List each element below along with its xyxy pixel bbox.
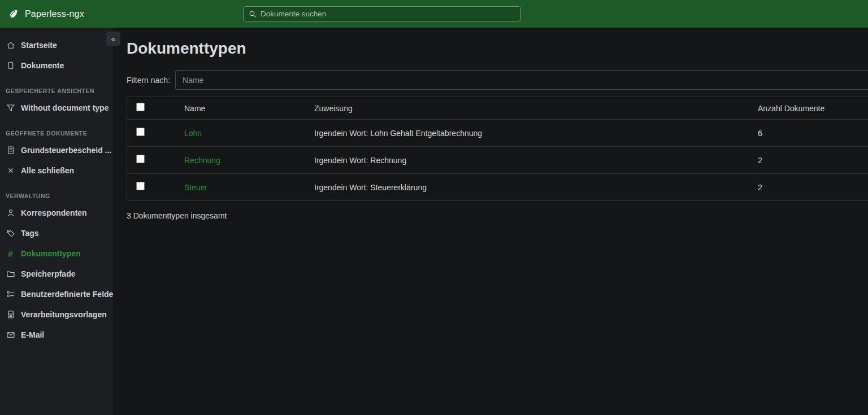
cell-anzahl: 2 bbox=[749, 183, 868, 192]
app-title: Paperless-ngx bbox=[25, 9, 84, 19]
sidebar-item-label: E-Mail bbox=[21, 330, 44, 339]
sidebar-item-startseite[interactable]: Startseite bbox=[0, 35, 113, 55]
sidebar-item-label: Verarbeitungsvorlagen bbox=[21, 310, 107, 319]
document-type-link[interactable]: Steuer bbox=[184, 183, 207, 192]
row-select-cell bbox=[127, 128, 175, 138]
global-search[interactable]: Dokumente suchen bbox=[243, 6, 521, 21]
tag-icon bbox=[6, 229, 15, 238]
cell-zuweisung: Irgendein Wort: Lohn Gehalt Entgeltabrec… bbox=[305, 129, 749, 138]
row-checkbox[interactable] bbox=[136, 182, 145, 190]
home-icon bbox=[6, 41, 15, 50]
row-checkbox[interactable] bbox=[136, 128, 145, 136]
hash-icon: # bbox=[6, 249, 15, 259]
cell-name: Lohn bbox=[175, 129, 305, 138]
cell-zuweisung: Irgendein Wort: Steuererklärung bbox=[305, 183, 749, 192]
row-select-cell bbox=[127, 155, 175, 165]
sidebar-item-label: Tags bbox=[21, 229, 39, 238]
select-all-checkbox[interactable] bbox=[136, 103, 145, 111]
sidebar-section-saved-views: Gespeicherte Ansichten bbox=[0, 84, 113, 98]
table-row: Rechnung Irgendein Wort: Rechnung 2 bbox=[127, 146, 868, 173]
column-header-zuweisung[interactable]: Zuweisung bbox=[305, 104, 749, 113]
select-all-cell bbox=[127, 103, 175, 113]
row-checkbox[interactable] bbox=[136, 155, 145, 163]
sidebar-item-label: Dokumente bbox=[21, 61, 64, 70]
folder-icon bbox=[6, 269, 15, 279]
sidebar-item-label: Korrespondenten bbox=[21, 208, 87, 217]
paperless-leaf-logo-icon bbox=[7, 8, 19, 20]
cell-anzahl: 6 bbox=[749, 129, 868, 138]
sidebar: Startseite Dokumente Gespeicherte Ansich… bbox=[0, 28, 113, 415]
top-navbar: Paperless-ngx Dokumente suchen bbox=[0, 0, 868, 28]
sidebar-item-label: Dokumenttypen bbox=[21, 249, 81, 258]
sidebar-item-label: Alle schließen bbox=[21, 166, 74, 175]
table-row: Lohn Irgendein Wort: Lohn Gehalt Entgelt… bbox=[127, 119, 868, 146]
sidebar-item-label: Benutzerdefinierte Felder bbox=[21, 290, 113, 299]
sidebar-item-label: Speicherpfade bbox=[21, 269, 75, 278]
sidebar-item-without-document-type[interactable]: Without document type bbox=[0, 98, 113, 118]
app-brand[interactable]: Paperless-ngx bbox=[0, 8, 84, 20]
sidebar-item-dokumenttypen[interactable]: # Dokumenttypen bbox=[0, 243, 113, 264]
sidebar-item-open-document[interactable]: Grundsteuerbescheid ... bbox=[0, 140, 113, 160]
person-icon bbox=[6, 208, 15, 218]
filter-row: Filtern nach: bbox=[127, 70, 868, 90]
sidebar-item-speicherpfade[interactable]: Speicherpfade bbox=[0, 264, 113, 284]
page-title: Dokumenttypen bbox=[127, 40, 246, 58]
sidebar-item-close-all[interactable]: Alle schließen bbox=[0, 160, 113, 181]
search-icon bbox=[249, 10, 257, 18]
documents-icon bbox=[6, 61, 15, 71]
sidebar-item-tags[interactable]: Tags bbox=[0, 223, 113, 243]
sidebar-item-verarbeitungsvorlagen[interactable]: Verarbeitungsvorlagen bbox=[0, 304, 113, 325]
sidebar-collapse-button[interactable]: « bbox=[106, 32, 120, 46]
document-types-table: Name Zuweisung Anzahl Dokumente Lohn Irg… bbox=[127, 97, 868, 201]
close-icon bbox=[6, 166, 15, 176]
table-header-row: Name Zuweisung Anzahl Dokumente bbox=[127, 97, 868, 119]
sidebar-item-benutzerdefinierte-felder[interactable]: Benutzerdefinierte Felder bbox=[0, 284, 113, 304]
column-header-anzahl[interactable]: Anzahl Dokumente bbox=[749, 104, 868, 113]
cell-zuweisung: Irgendein Wort: Rechnung bbox=[305, 156, 749, 165]
search-input-placeholder: Dokumente suchen bbox=[261, 10, 326, 18]
sidebar-section-open-documents: Geöffnete Dokumente bbox=[0, 126, 113, 140]
sidebar-item-label: Without document type bbox=[21, 103, 108, 112]
funnel-icon bbox=[6, 103, 15, 113]
total-count-summary: 3 Dokumenttypen insgesamt bbox=[127, 211, 227, 220]
cell-name: Rechnung bbox=[175, 156, 305, 165]
envelope-icon bbox=[6, 330, 15, 340]
fields-icon bbox=[6, 290, 15, 299]
filter-name-input[interactable] bbox=[175, 70, 868, 90]
document-type-link[interactable]: Lohn bbox=[184, 129, 202, 138]
cell-name: Steuer bbox=[175, 183, 305, 192]
sidebar-item-label: Startseite bbox=[21, 41, 57, 50]
sidebar-item-label: Grundsteuerbescheid ... bbox=[21, 146, 111, 155]
cell-anzahl: 2 bbox=[749, 156, 868, 165]
sidebar-item-korrespondenten[interactable]: Korrespondenten bbox=[0, 203, 113, 223]
workflow-icon bbox=[6, 310, 15, 320]
row-select-cell bbox=[127, 182, 175, 193]
column-header-name[interactable]: Name bbox=[175, 104, 305, 113]
file-text-icon bbox=[6, 146, 15, 155]
sidebar-item-email[interactable]: E-Mail bbox=[0, 325, 113, 345]
sidebar-section-management: Verwaltung bbox=[0, 189, 113, 203]
table-row: Steuer Irgendein Wort: Steuererklärung 2 bbox=[127, 173, 868, 200]
sidebar-item-dokumente[interactable]: Dokumente bbox=[0, 55, 113, 76]
filter-label: Filtern nach: bbox=[127, 76, 170, 85]
document-type-link[interactable]: Rechnung bbox=[184, 156, 220, 165]
